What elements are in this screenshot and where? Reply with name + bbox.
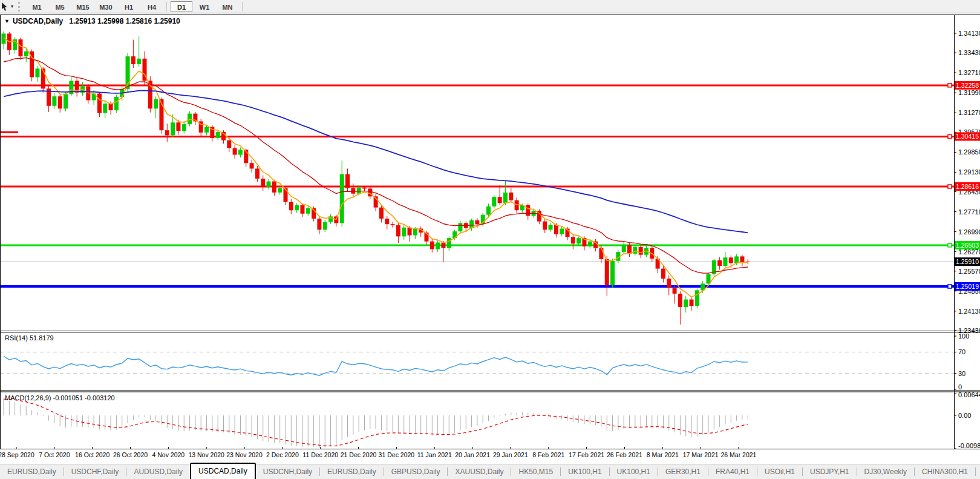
price-axis-label: 1.32710 [958, 69, 980, 76]
timeframe-button-mn[interactable]: MN [217, 1, 238, 12]
timeframe-button-h4[interactable]: H4 [141, 1, 163, 12]
tab-eurusd-daily[interactable]: EURUSD,Daily [0, 464, 64, 479]
date-label: 26 Feb 2021 [607, 451, 642, 458]
cursor-icon [1, 2, 9, 11]
hline-anchor [948, 185, 952, 188]
rsi-axis-label: 30 [958, 370, 965, 377]
current-price-badge-label: 1.25910 [956, 258, 979, 265]
date-label: 8 Mar 2021 [647, 451, 679, 458]
date-label: 8 Feb 2021 [532, 451, 564, 458]
tab-hk50-m15[interactable]: HK50,M15 [511, 464, 560, 479]
chart-ohlc-values: 1.25913 1.25998 1.25816 1.25910 [69, 17, 180, 25]
timeframe-toolbar: M1M5M15M30H1H4D1W1MN [25, 0, 246, 13]
price-axis-label: 1.29850 [958, 148, 980, 156]
chevron-down-icon: ▾ [11, 4, 13, 9]
tab-usdcad-daily[interactable]: USDCAD,Daily [190, 463, 256, 479]
date-label: 7 Oct 2020 [39, 451, 70, 458]
date-label: 11 Dec 2020 [302, 451, 338, 458]
price-axis-label: 1.31990 [958, 89, 980, 96]
hline-anchor [948, 134, 952, 138]
timeframe-button-m1[interactable]: M1 [26, 1, 48, 12]
tab-xauusd-daily[interactable]: XAUUSD,Daily [448, 464, 511, 479]
price-axis-label: 1.29130 [958, 168, 980, 176]
price-chart-canvas[interactable]: 1.341301.334301.327101.319901.312701.305… [0, 15, 980, 449]
tab-eurusd-daily[interactable]: EURUSD,Daily [320, 464, 384, 479]
date-label: 17 Feb 2021 [569, 451, 604, 458]
date-label: 20 Jan 2021 [455, 451, 490, 458]
timeframe-button-m15[interactable]: M15 [72, 1, 94, 12]
date-label: 2 Dec 2020 [266, 451, 299, 458]
price-axis-label: 1.27710 [958, 208, 980, 216]
price-axis-label: 1.26990 [958, 228, 980, 236]
toolbar-separator [166, 2, 167, 12]
price-axis-label: 1.31270 [958, 109, 980, 116]
toolbar-drag-handle[interactable] [18, 2, 22, 12]
tab-usdjpy-h1[interactable]: USDJPY,H1 [803, 464, 856, 479]
date-label: 16 Oct 2020 [75, 451, 109, 458]
tab-audusd-daily[interactable]: AUDUSD,Daily [126, 464, 190, 479]
chart-title: ▼USDCAD,Daily1.25913 1.25998 1.25816 1.2… [4, 17, 180, 25]
mt4-chart-app: ▾ M1M5M15M30H1H4D1W1MN 1.341301.334301.3… [0, 0, 980, 479]
tab-uk100-h1[interactable]: UK100,H1 [561, 464, 609, 479]
hline-anchor [948, 243, 952, 247]
hline-anchor [948, 84, 952, 87]
rsi-axis-label: 0 [958, 383, 962, 391]
hline-badge-label: 1.26503 [956, 242, 979, 249]
macd-axis-label: 0.006444 [958, 391, 980, 398]
top-toolbar: ▾ M1M5M15M30H1H4D1W1MN [0, 0, 980, 13]
date-label: 31 Dec 2020 [379, 451, 415, 458]
rsi-axis-label: 70 [958, 348, 965, 355]
date-label: 21 Dec 2020 [341, 451, 377, 458]
hline-badge-label: 1.25019 [956, 283, 979, 290]
tab-separator [975, 467, 976, 476]
date-label: 17 Mar 2021 [683, 451, 719, 458]
timeframe-button-h1[interactable]: H1 [118, 1, 140, 12]
macd-axis-label: 0.00 [958, 412, 971, 419]
rsi-pane-title: RSI(14) 51.8179 [5, 334, 54, 342]
date-label: 13 Nov 2020 [188, 451, 224, 458]
price-axis-label: 1.24130 [958, 308, 980, 315]
macd-axis-label: -0.009871 [958, 442, 980, 449]
tab-gbpusd-daily[interactable]: GBPUSD,Daily [384, 464, 448, 479]
date-label: 29 Jan 2021 [493, 451, 528, 458]
timeframe-button-d1[interactable]: D1 [171, 1, 192, 12]
date-label: 4 Nov 2020 [152, 451, 185, 458]
tab-dj30-weekly[interactable]: DJ30,Weekly [857, 464, 914, 479]
timeframe-button-m30[interactable]: M30 [95, 1, 117, 12]
hline-badge-label: 1.28616 [956, 183, 979, 190]
tab-usoil-h1[interactable]: USOil,H1 [757, 464, 802, 479]
tab-usdchf-daily[interactable]: USDCHF,Daily [64, 464, 126, 479]
date-label: 26 Oct 2020 [113, 451, 148, 458]
price-axis-label: 1.33430 [958, 49, 980, 56]
hline-badge-label: 1.30415 [956, 133, 979, 140]
tab-ger30-h1[interactable]: GER30,H1 [658, 464, 708, 479]
hline-badge-label: 1.32258 [956, 82, 979, 89]
tab-uk100-h1[interactable]: UK100,H1 [610, 464, 658, 479]
tab-china300-h1[interactable]: CHINA300,H1 [915, 464, 975, 479]
date-label: 26 Mar 2021 [720, 451, 756, 458]
date-label: 28 Sep 2020 [0, 451, 34, 458]
price-axis-label: 1.25570 [958, 268, 980, 275]
chart-window: 1.341301.334301.327101.319901.312701.305… [0, 15, 980, 464]
toolbar-separator [242, 2, 243, 12]
cursor-tool-button[interactable]: ▾ [0, 1, 16, 13]
chart-symbol-label: USDCAD,Daily [13, 17, 63, 25]
hline-anchor [948, 285, 952, 288]
chart-tab-bar: EURUSD,DailyUSDCHF,DailyAUDUSD,DailyUSDC… [0, 464, 980, 479]
collapse-triangle-icon: ▼ [4, 18, 10, 24]
date-label: 23 Nov 2020 [226, 451, 263, 458]
macd-pane-title: MACD(12,26,9) -0.001051 -0.003120 [5, 394, 115, 401]
timeframe-button-m5[interactable]: M5 [49, 1, 71, 12]
tab-usdcnh-daily[interactable]: USDCNH,Daily [256, 464, 319, 479]
rsi-axis-label: 100 [958, 332, 969, 340]
price-axis-label: 1.34130 [958, 30, 980, 37]
date-label: 11 Jan 2021 [417, 451, 452, 458]
timeframe-button-w1[interactable]: W1 [194, 1, 215, 12]
date-axis[interactable]: 28 Sep 20207 Oct 202016 Oct 202026 Oct 2… [0, 449, 980, 464]
tab-fra40-h1[interactable]: FRA40,H1 [708, 464, 757, 479]
